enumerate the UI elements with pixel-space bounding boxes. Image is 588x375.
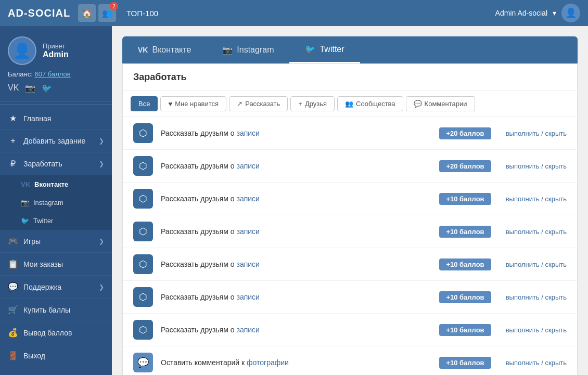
tab-instagram[interactable]: 📷 Instagram bbox=[207, 36, 289, 63]
hide-link[interactable]: скрыть bbox=[545, 195, 567, 203]
vk-icon[interactable]: VK bbox=[8, 83, 19, 93]
task-points: +10 баллов bbox=[439, 258, 491, 270]
task-item: ⬡ Рассказать друзьям о записи +10 баллов… bbox=[123, 314, 577, 346]
task-actions: выполнить / скрыть bbox=[499, 228, 567, 236]
sidebar-item-games[interactable]: 🎮 Игры ❯ bbox=[0, 230, 112, 253]
task-points: +10 баллов bbox=[439, 193, 491, 205]
task-link[interactable]: записи bbox=[237, 293, 260, 301]
task-points: +20 баллов bbox=[439, 127, 491, 139]
execute-link[interactable]: выполнить bbox=[506, 162, 540, 170]
home-nav-button[interactable]: 🏠 bbox=[78, 4, 96, 22]
task-actions: выполнить / скрыть bbox=[499, 130, 567, 137]
task-share-icon: ⬡ bbox=[133, 222, 153, 241]
tab-vk[interactable]: VK Вконтакте bbox=[122, 36, 207, 63]
task-link[interactable]: записи bbox=[237, 195, 260, 203]
task-item: ⬡ Рассказать друзьям о записи +10 баллов… bbox=[123, 183, 577, 215]
sidebar: 👤 Привет Admin Баланс: 607 баллов VK 📷 🐦… bbox=[0, 26, 112, 375]
execute-link[interactable]: выполнить bbox=[506, 195, 540, 203]
execute-link[interactable]: выполнить bbox=[506, 293, 540, 301]
sidebar-item-support[interactable]: 💬 Поддержка ❯ bbox=[0, 276, 112, 299]
task-desc: Рассказать друзьям о записи bbox=[161, 326, 431, 334]
execute-link[interactable]: выполнить bbox=[506, 326, 540, 334]
execute-link[interactable]: выполнить bbox=[506, 228, 540, 236]
task-points: +10 баллов bbox=[439, 324, 491, 336]
sidebar-item-earn[interactable]: ₽ Заработать ❯ bbox=[0, 152, 112, 175]
task-link[interactable]: записи bbox=[237, 227, 260, 236]
vk-tab-label: Вконтакте bbox=[152, 45, 191, 55]
hide-link[interactable]: скрыть bbox=[545, 359, 567, 367]
filter-bar: Все ♥ Мне нравится ↗ Рассказать + Друзья… bbox=[123, 91, 577, 117]
sidebar-item-my-orders[interactable]: 📋 Мои заказы bbox=[0, 253, 112, 276]
task-comment-icon: 💬 bbox=[133, 353, 153, 372]
buy-icon: 🛒 bbox=[8, 305, 18, 315]
sidebar-item-withdraw[interactable]: 💰 Вывод баллов bbox=[0, 321, 112, 344]
sidebar-earn-label: Заработать bbox=[23, 160, 62, 168]
community-icon: 👥 bbox=[345, 100, 353, 108]
task-points: +10 баллов bbox=[439, 357, 491, 369]
support-icon: 💬 bbox=[8, 282, 18, 292]
task-share-icon: ⬡ bbox=[133, 254, 153, 274]
task-points: +20 баллов bbox=[439, 160, 491, 172]
vk-tab-icon: VK bbox=[138, 46, 148, 54]
task-desc: Рассказать друзьям о записи bbox=[161, 227, 431, 236]
task-points: +10 баллов bbox=[439, 291, 491, 303]
filter-like[interactable]: ♥ Мне нравится bbox=[160, 96, 226, 111]
tw-submenu-label: Twitter bbox=[33, 217, 53, 225]
navbar-chevron[interactable]: ▾ bbox=[553, 9, 556, 17]
sidebar-orders-label: Мои заказы bbox=[23, 260, 63, 268]
sidebar-submenu-vk[interactable]: VK Вконтакте bbox=[0, 175, 112, 193]
sidebar-submenu-twitter[interactable]: 🐦 Twitter bbox=[0, 212, 112, 230]
filter-share[interactable]: ↗ Рассказать bbox=[229, 96, 288, 111]
filter-comments[interactable]: 💬 Комментарии bbox=[406, 96, 475, 111]
task-desc: Рассказать друзьям о записи bbox=[161, 195, 431, 203]
task-desc: Рассказать друзьям о записи bbox=[161, 129, 431, 137]
navbar-username: Admin Ad-social bbox=[495, 9, 547, 17]
task-link[interactable]: записи bbox=[237, 260, 260, 268]
hide-link[interactable]: скрыть bbox=[545, 326, 567, 334]
navbar-avatar[interactable]: 👤 bbox=[561, 4, 580, 22]
arrow-icon-games: ❯ bbox=[99, 238, 104, 245]
twitter-icon[interactable]: 🐦 bbox=[42, 83, 52, 93]
hide-link[interactable]: скрыть bbox=[545, 162, 567, 170]
sidebar-avatar: 👤 bbox=[8, 36, 36, 65]
sidebar-games-label: Игры bbox=[23, 237, 41, 245]
exit-icon: 🚪 bbox=[8, 351, 18, 360]
comments-filter-icon: 💬 bbox=[414, 100, 422, 108]
instagram-icon[interactable]: 📷 bbox=[25, 83, 35, 93]
task-item: ⬡ Рассказать друзьям о записи +10 баллов… bbox=[123, 215, 577, 248]
hide-link[interactable]: скрыть bbox=[545, 130, 567, 137]
filter-all[interactable]: Все bbox=[131, 96, 158, 111]
hide-link[interactable]: скрыть bbox=[545, 293, 567, 301]
balance-link[interactable]: 607 баллов bbox=[35, 70, 71, 78]
tab-twitter[interactable]: 🐦 Twitter bbox=[289, 36, 360, 63]
instagram-tab-label: Instagram bbox=[237, 45, 274, 55]
ig-submenu-icon: 📷 bbox=[21, 199, 29, 206]
main-layout: 👤 Привет Admin Баланс: 607 баллов VK 📷 🐦… bbox=[0, 26, 588, 375]
sidebar-item-home[interactable]: ★ Главная bbox=[0, 107, 112, 130]
execute-link[interactable]: выполнить bbox=[506, 261, 540, 268]
orders-icon: 📋 bbox=[8, 259, 18, 269]
arrow-icon-support: ❯ bbox=[99, 283, 104, 291]
execute-link[interactable]: выполнить bbox=[506, 359, 540, 367]
hide-link[interactable]: скрыть bbox=[545, 261, 567, 268]
task-link[interactable]: записи bbox=[237, 129, 260, 137]
sidebar-submenu-instagram[interactable]: 📷 Instagram bbox=[0, 193, 112, 212]
home-icon: ★ bbox=[8, 113, 18, 123]
execute-link[interactable]: выполнить bbox=[506, 130, 540, 137]
task-actions: выполнить / скрыть bbox=[499, 326, 567, 334]
filter-community[interactable]: 👥 Сообщества bbox=[337, 96, 403, 111]
share-icon: ↗ bbox=[237, 100, 242, 108]
task-actions: выполнить / скрыть bbox=[499, 293, 567, 301]
notifications-button[interactable]: 👥 2 bbox=[98, 4, 116, 22]
sidebar-home-label: Главная bbox=[23, 114, 51, 123]
task-link[interactable]: записи bbox=[237, 162, 260, 170]
sidebar-withdraw-label: Вывод баллов bbox=[23, 329, 72, 337]
filter-friends[interactable]: + Друзья bbox=[290, 96, 335, 111]
task-link[interactable]: фотографии bbox=[247, 358, 289, 367]
hide-link[interactable]: скрыть bbox=[545, 228, 567, 236]
task-link[interactable]: записи bbox=[237, 326, 260, 334]
sidebar-item-add-task[interactable]: + Добавить задание ❯ bbox=[0, 130, 112, 152]
sidebar-item-buy-points[interactable]: 🛒 Купить баллы bbox=[0, 299, 112, 321]
navbar-user-section: Admin Ad-social ▾ 👤 bbox=[495, 4, 580, 22]
sidebar-item-exit[interactable]: 🚪 Выход bbox=[0, 344, 112, 367]
